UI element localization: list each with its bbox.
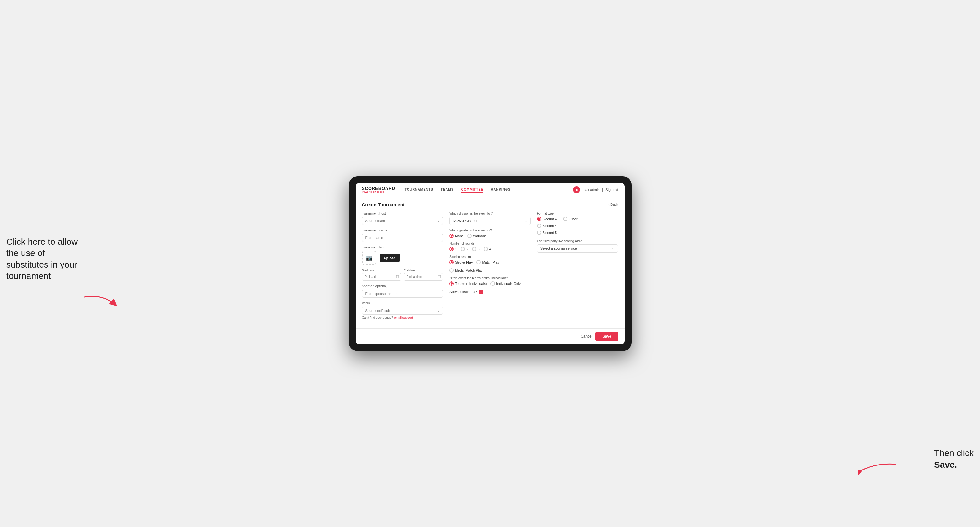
start-date-label: Start date xyxy=(362,269,401,272)
scoring-service-select[interactable]: Select a scoring service xyxy=(537,244,618,252)
scoring-match[interactable]: Match Play xyxy=(476,260,499,264)
venue-email-link[interactable]: email support xyxy=(394,316,413,319)
annotation-right-line1: Then click xyxy=(934,448,974,458)
scoring-stroke-radio xyxy=(449,260,454,264)
sign-out-link[interactable]: Sign out xyxy=(606,188,618,192)
format-6count4[interactable]: 6 count 4 xyxy=(537,224,557,228)
tournament-host-group: Tournament Host xyxy=(362,212,443,225)
scoring-medal[interactable]: Medal Match Play xyxy=(449,268,482,273)
venue-input[interactable] xyxy=(362,306,443,315)
rounds-3[interactable]: 3 xyxy=(472,247,479,251)
form-col3: Format type 5 count 4 Other xyxy=(537,212,618,323)
gender-label: Which gender is the event for? xyxy=(449,229,531,232)
logo-sub: Powered by clippd xyxy=(362,190,395,193)
gender-radio-group: Mens Womens xyxy=(449,234,531,238)
tournament-host-label: Tournament Host xyxy=(362,212,443,215)
nav-items: TOURNAMENTS TEAMS COMMITTEE RANKINGS xyxy=(405,187,573,192)
annotation-right: Then click Save. xyxy=(934,448,974,470)
nav-rankings[interactable]: RANKINGS xyxy=(491,187,511,192)
scoring-system-label: Scoring system xyxy=(449,255,531,259)
rounds-group: Number of rounds 1 2 xyxy=(449,242,531,251)
page-header: Create Tournament < Back xyxy=(362,202,618,207)
rounds-label: Number of rounds xyxy=(449,242,531,245)
rounds-4[interactable]: 4 xyxy=(484,247,491,251)
substitutes-group: Allow substitutes? ✓ xyxy=(449,290,531,294)
format-6count5-radio xyxy=(537,230,541,235)
annotation-left-text: Click here to allow the use of substitut… xyxy=(6,237,78,281)
annotation-right-line2: Save. xyxy=(934,460,957,470)
teams-individuals[interactable]: Individuals Only xyxy=(490,281,521,286)
scoring-api-label: Use third-party live scoring API? xyxy=(537,239,618,243)
rounds-1[interactable]: 1 xyxy=(449,247,457,251)
teams-both[interactable]: Teams (+Individuals) xyxy=(449,281,487,286)
form-footer: Cancel Save xyxy=(356,328,625,344)
scoring-match-radio xyxy=(476,260,481,264)
logo: SCOREBOARD Powered by clippd xyxy=(362,186,395,193)
teams-label: Is this event for Teams and/or Individua… xyxy=(449,276,531,280)
tournament-name-input[interactable] xyxy=(362,234,443,242)
format-other[interactable]: Other xyxy=(563,217,578,221)
division-group: Which division is the event for? NCAA Di… xyxy=(449,212,531,225)
tournament-host-input[interactable] xyxy=(362,217,443,225)
tournament-host-select-wrapper xyxy=(362,217,443,225)
format-6count5[interactable]: 6 count 5 xyxy=(537,230,557,235)
gender-group: Which gender is the event for? Mens Wome… xyxy=(449,229,531,238)
end-date-field: End date xyxy=(404,269,443,281)
avatar: B xyxy=(573,186,580,193)
tournament-name-label: Tournament name xyxy=(362,229,443,232)
tournament-logo-group: Tournament logo 📷 Upload xyxy=(362,246,443,265)
nav-committee[interactable]: COMMITTEE xyxy=(461,187,483,192)
gender-mens[interactable]: Mens xyxy=(449,234,463,238)
rounds-2-radio xyxy=(461,247,465,251)
format-type-group: Format type 5 count 4 Other xyxy=(537,212,618,235)
scoring-system-group: Scoring system Stroke Play Match Play xyxy=(449,255,531,273)
division-select-wrapper: NCAA Division I xyxy=(449,217,531,225)
save-button[interactable]: Save xyxy=(595,332,618,341)
start-date-field: Start date xyxy=(362,269,401,281)
back-button[interactable]: < Back xyxy=(608,203,618,206)
arrow-left xyxy=(84,291,125,310)
scoring-stroke[interactable]: Stroke Play xyxy=(449,260,473,264)
venue-label: Venue xyxy=(362,302,443,305)
end-date-wrap xyxy=(404,273,443,281)
cancel-button[interactable]: Cancel xyxy=(581,334,592,338)
rounds-radio-group: 1 2 3 4 xyxy=(449,247,531,251)
teams-both-radio xyxy=(449,281,454,286)
form-col1: Tournament Host Tournament name Tourname… xyxy=(362,212,443,323)
arrow-right xyxy=(858,459,896,475)
rounds-1-radio xyxy=(449,247,454,251)
tablet-screen: SCOREBOARD Powered by clippd TOURNAMENTS… xyxy=(356,183,625,344)
end-date-label: End date xyxy=(404,269,443,272)
nav-tournaments[interactable]: TOURNAMENTS xyxy=(405,187,433,192)
rounds-3-radio xyxy=(472,247,476,251)
format-row-2: 6 count 4 xyxy=(537,224,618,228)
teams-individuals-radio xyxy=(490,281,495,286)
format-row-3: 6 count 5 xyxy=(537,230,618,235)
start-date-wrap xyxy=(362,273,401,281)
separator: | xyxy=(602,188,603,192)
tablet-device: SCOREBOARD Powered by clippd TOURNAMENTS… xyxy=(349,176,632,351)
substitutes-checkbox[interactable]: ✓ xyxy=(479,290,483,294)
rounds-4-radio xyxy=(484,247,488,251)
format-5count4[interactable]: 5 count 4 xyxy=(537,217,557,221)
nav-teams[interactable]: TEAMS xyxy=(441,187,453,192)
gender-womens[interactable]: Womens xyxy=(467,234,487,238)
end-date-input[interactable] xyxy=(404,273,443,281)
logo-main: SCOREBOARD xyxy=(362,186,395,190)
teams-radio-group: Teams (+Individuals) Individuals Only xyxy=(449,281,531,286)
user-name: blair admin xyxy=(582,188,600,192)
format-other-radio xyxy=(563,217,568,221)
sponsor-input[interactable] xyxy=(362,290,443,298)
scoring-service-wrapper: Select a scoring service xyxy=(537,244,618,252)
tournament-logo-label: Tournament logo xyxy=(362,246,443,249)
sponsor-group: Sponsor (optional) xyxy=(362,284,443,298)
upload-button[interactable]: Upload xyxy=(380,254,400,262)
nav-right: B blair admin | Sign out xyxy=(573,186,618,193)
division-label: Which division is the event for? xyxy=(449,212,531,215)
start-date-input[interactable] xyxy=(362,273,401,281)
format-type-label: Format type xyxy=(537,212,618,215)
scoring-radio-group: Stroke Play Match Play Medal Match Play xyxy=(449,260,531,273)
rounds-2[interactable]: 2 xyxy=(461,247,468,251)
division-select[interactable]: NCAA Division I xyxy=(449,217,531,225)
scoring-api-group: Use third-party live scoring API? Select… xyxy=(537,239,618,252)
